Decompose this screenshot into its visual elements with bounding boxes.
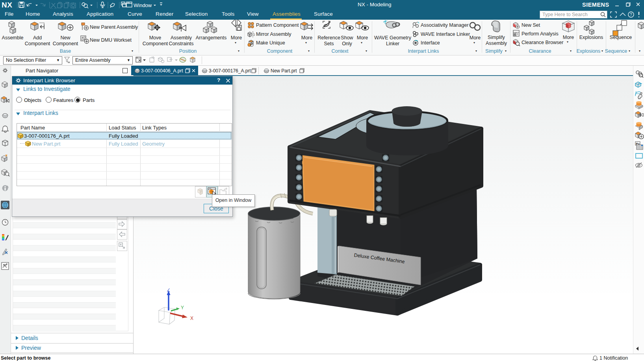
svg-text:Y: Y [181,305,184,310]
svg-text:Z: Z [167,288,170,293]
svg-text:X: X [190,316,193,321]
svg-text:?: ? [630,13,632,17]
